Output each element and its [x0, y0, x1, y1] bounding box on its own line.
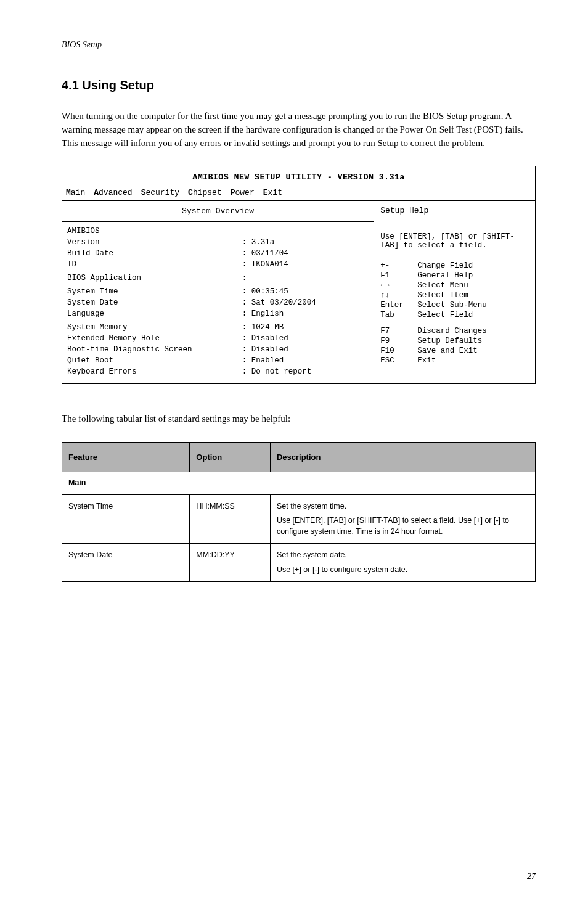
section-heading: 4.1 Using Setup	[62, 78, 536, 92]
bios-help-key: F9	[380, 337, 414, 345]
bios-help-key-row: EnterSelect Sub-Menu	[380, 300, 529, 310]
bios-help-key-row: ←→Select Menu	[380, 280, 529, 290]
bios-setting-row: Build Date: 03/11/04	[62, 248, 374, 259]
bios-setting-label: System Memory	[67, 323, 242, 332]
bios-help-key-row: F1General Help	[380, 271, 529, 280]
table-group-label: Main	[62, 472, 536, 495]
bios-help-key-desc: Exit	[417, 356, 436, 365]
section-intro-paragraph: When turning on the computer for the fir…	[62, 110, 536, 150]
bios-setting-row: Version: 3.31a	[62, 237, 374, 248]
bios-help-key-row: ESCExit	[380, 356, 529, 366]
bios-setting-label: AMIBIOS	[67, 227, 242, 235]
bios-menu-advanced: Advanced	[94, 188, 132, 197]
bios-setting-value	[242, 227, 369, 235]
bios-menu-main: Main	[66, 188, 85, 197]
bios-help-key-desc: Change Field	[417, 261, 473, 270]
bios-help-text: Use [ENTER], [TAB] or [SHIFT-TAB] to sel…	[380, 232, 529, 250]
bios-setting-row: System Memory: 1024 MB	[62, 322, 374, 333]
bios-setting-label: Build Date	[67, 249, 242, 258]
page-number: 27	[527, 872, 536, 882]
bios-help-key-desc: Setup Defaults	[417, 337, 482, 345]
bios-help-panel: Setup Help Use [ENTER], [TAB] or [SHIFT-…	[374, 201, 535, 383]
bios-menu-power: Power	[231, 188, 255, 197]
bios-help-key-desc: General Help	[417, 271, 473, 280]
page-header-breadcrumb: BIOS Setup	[62, 40, 536, 50]
bios-setting-value: : 03/11/04	[242, 249, 369, 258]
bios-help-key: F7	[380, 327, 414, 335]
bios-help-key-desc: Select Field	[417, 311, 473, 319]
bios-menubar: Main Advanced Security Chipset Power Exi…	[62, 187, 535, 201]
bios-setting-row: Boot-time Diagnostic Screen: Disabled	[62, 344, 374, 355]
bios-help-key-desc: Select Menu	[417, 281, 468, 290]
bios-setting-label: Keyboard Errors	[67, 367, 242, 376]
bios-menu-chipset: Chipset	[188, 188, 222, 197]
bios-setting-label: Extended Memory Hole	[67, 334, 242, 343]
bios-setting-row: ID: IKONA014	[62, 259, 374, 270]
bios-help-title: Setup Help	[380, 206, 529, 215]
bios-setting-row: System Date: Sat 03/20/2004	[62, 297, 374, 308]
bios-setting-value: : 3.31a	[242, 238, 369, 247]
bios-setting-row: Keyboard Errors: Do not report	[62, 366, 374, 377]
bios-setting-value: : Sat 03/20/2004	[242, 298, 369, 307]
cell-feature: System Date	[62, 544, 190, 582]
bios-setting-value: : 1024 MB	[242, 323, 369, 332]
cell-option: HH:MM:SS	[190, 494, 271, 544]
bios-setup-illustration: AMIBIOS NEW SETUP UTILITY - VERSION 3.31…	[62, 166, 536, 384]
cell-feature: System Time	[62, 494, 190, 544]
bios-help-key-desc: Save and Exit	[417, 346, 478, 355]
bios-setting-row: BIOS Application:	[62, 272, 374, 284]
bios-setting-value: :	[242, 274, 369, 282]
bios-setting-label: ID	[67, 260, 242, 269]
bios-title: AMIBIOS NEW SETUP UTILITY - VERSION 3.31…	[62, 166, 535, 187]
bios-setting-label: Language	[67, 309, 242, 318]
cell-description: Set the system time. Use [ENTER], [TAB] …	[270, 494, 535, 544]
bios-setting-label: System Time	[67, 287, 242, 296]
bios-setting-label: System Date	[67, 298, 242, 307]
bios-setting-value: : IKONA014	[242, 260, 369, 269]
bios-setting-value: : English	[242, 309, 369, 318]
bios-left-panel: System Overview AMIBIOSVersion: 3.31aBui…	[62, 201, 374, 383]
bios-setting-row: System Time: 00:35:45	[62, 286, 374, 297]
bios-panel-title: System Overview	[62, 201, 374, 222]
bios-help-key: Tab	[380, 311, 414, 319]
bios-help-key: F1	[380, 271, 414, 280]
bios-help-key: ESC	[380, 356, 414, 365]
bios-help-key-desc: Discard Changes	[417, 327, 487, 335]
bios-help-key-row: ↑↓Select Item	[380, 290, 529, 300]
bios-help-key: +-	[380, 261, 414, 270]
bios-setting-value: : Do not report	[242, 367, 369, 376]
bios-setting-value: : Disabled	[242, 334, 369, 343]
bios-help-key-row: F10Save and Exit	[380, 346, 529, 356]
table-group-row: Main	[62, 472, 536, 495]
table-header-feature: Feature	[62, 443, 190, 472]
table-row: System Time HH:MM:SS Set the system time…	[62, 494, 536, 544]
table-intro: The following tabular list of standard s…	[62, 412, 536, 426]
bios-setting-label: Version	[67, 238, 242, 247]
bios-setting-row: AMIBIOS	[62, 226, 374, 237]
cell-option: MM:DD:YY	[190, 544, 271, 582]
bios-setting-value: : Enabled	[242, 356, 369, 365]
bios-setting-label: Quiet Boot	[67, 356, 242, 365]
bios-menu-exit: Exit	[263, 188, 282, 197]
bios-help-key: ↑↓	[380, 291, 414, 300]
settings-table: Feature Option Description Main System T…	[62, 442, 536, 582]
bios-setting-row: Extended Memory Hole: Disabled	[62, 333, 374, 344]
bios-help-key-desc: Select Sub-Menu	[417, 301, 487, 309]
table-row: System Date MM:DD:YY Set the system date…	[62, 544, 536, 582]
bios-help-key: ←→	[380, 281, 414, 290]
bios-help-key-row: F9Setup Defaults	[380, 336, 529, 346]
bios-help-key: F10	[380, 346, 414, 355]
bios-menu-security: Security	[141, 188, 179, 197]
bios-help-key-desc: Select Item	[417, 291, 468, 300]
bios-help-key-row: TabSelect Field	[380, 310, 529, 320]
cell-description: Set the system date. Use [+] or [-] to c…	[270, 544, 535, 582]
bios-setting-value: : Disabled	[242, 345, 369, 354]
table-header-description: Description	[270, 443, 535, 472]
table-header-option: Option	[190, 443, 271, 472]
bios-setting-value: : 00:35:45	[242, 287, 369, 296]
bios-help-key-row: F7Discard Changes	[380, 326, 529, 336]
bios-setting-row: Language: English	[62, 308, 374, 319]
bios-setting-label: Boot-time Diagnostic Screen	[67, 345, 242, 354]
bios-setting-label: BIOS Application	[67, 274, 242, 282]
bios-help-key: Enter	[380, 301, 414, 309]
